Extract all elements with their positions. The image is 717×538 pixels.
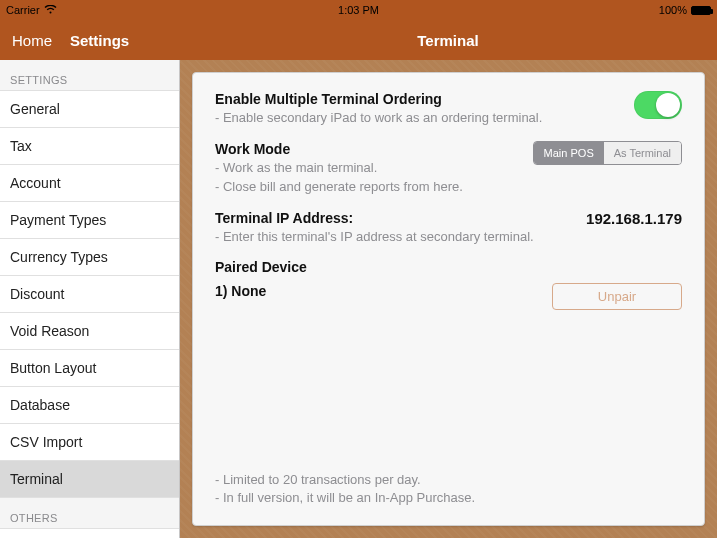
paired-item: 1) None — [215, 283, 542, 299]
enable-title: Enable Multiple Terminal Ordering — [215, 91, 624, 107]
sidebar-item-currency-types[interactable]: Currency Types — [0, 239, 179, 276]
row-paired-device: 1) None Unpair — [215, 283, 682, 310]
sidebar-header-others: OTHERS — [0, 498, 179, 528]
status-bar: Carrier 1:03 PM 100% — [0, 0, 717, 20]
carrier-label: Carrier — [6, 4, 40, 16]
sidebar-header-settings: SETTINGS — [0, 60, 179, 90]
sidebar-item-tax[interactable]: Tax — [0, 128, 179, 165]
page-title: Terminal — [417, 32, 478, 49]
footer-note: - Limited to 20 transactions per day. - … — [215, 471, 682, 507]
sidebar-item-account[interactable]: Account — [0, 165, 179, 202]
sidebar-item-button-layout[interactable]: Button Layout — [0, 350, 179, 387]
nav-home[interactable]: Home — [12, 32, 52, 49]
row-paired-header: Paired Device — [215, 259, 682, 275]
work-mode-desc2: - Close bill and generate reports from h… — [215, 178, 523, 196]
content-area: Enable Multiple Terminal Ordering - Enab… — [180, 60, 717, 538]
work-mode-desc1: - Work as the main terminal. — [215, 159, 523, 177]
battery-percent: 100% — [659, 4, 687, 16]
row-ip-address: Terminal IP Address: - Enter this termin… — [215, 210, 682, 246]
paired-title: Paired Device — [215, 259, 672, 275]
row-work-mode: Work Mode - Work as the main terminal. -… — [215, 141, 682, 196]
sidebar-item-database[interactable]: Database — [0, 387, 179, 424]
enable-toggle[interactable] — [634, 91, 682, 119]
footer-line2: - In full version, it will be an In-App … — [215, 489, 682, 507]
sidebar-item-terminal[interactable]: Terminal — [0, 461, 179, 498]
nav-settings[interactable]: Settings — [70, 32, 129, 49]
work-mode-title: Work Mode — [215, 141, 523, 157]
ip-value: 192.168.1.179 — [586, 210, 682, 227]
ip-title: Terminal IP Address: — [215, 210, 576, 226]
segment-as-terminal[interactable]: As Terminal — [604, 142, 681, 164]
clock: 1:03 PM — [338, 4, 379, 16]
sidebar-item-csv-import[interactable]: CSV Import — [0, 424, 179, 461]
wifi-icon — [44, 4, 57, 16]
unpair-button[interactable]: Unpair — [552, 283, 682, 310]
sidebar-item-general[interactable]: General — [0, 90, 179, 128]
footer-line1: - Limited to 20 transactions per day. — [215, 471, 682, 489]
settings-card: Enable Multiple Terminal Ordering - Enab… — [192, 72, 705, 526]
enable-desc: - Enable secondary iPad to work as an or… — [215, 109, 624, 127]
ip-desc: - Enter this terminal's IP address at se… — [215, 228, 576, 246]
sidebar: SETTINGS GeneralTaxAccountPayment TypesC… — [0, 60, 180, 538]
row-enable-multi-terminal: Enable Multiple Terminal Ordering - Enab… — [215, 91, 682, 127]
sidebar-item-void-reason[interactable]: Void Reason — [0, 313, 179, 350]
segment-main-pos[interactable]: Main POS — [534, 142, 604, 164]
sidebar-item-previous-receipts[interactable]: Previous Receipts — [0, 528, 179, 538]
nav-bar: Home Settings Terminal — [0, 20, 717, 60]
battery-icon — [691, 6, 711, 15]
sidebar-item-payment-types[interactable]: Payment Types — [0, 202, 179, 239]
work-mode-segment[interactable]: Main POS As Terminal — [533, 141, 682, 165]
sidebar-item-discount[interactable]: Discount — [0, 276, 179, 313]
